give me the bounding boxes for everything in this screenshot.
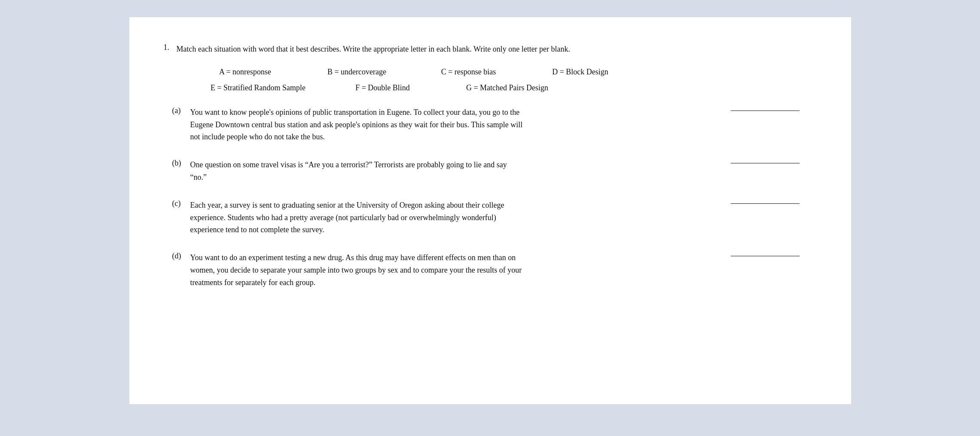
sub-text-c: Each year, a survey is sent to graduatin… <box>190 199 525 236</box>
legend-row-2: E = Stratified Random Sample F = Double … <box>189 83 817 92</box>
sub-text-d: You want to do an experiment testing a n… <box>190 252 525 289</box>
answer-line-b[interactable] <box>731 163 800 163</box>
sub-label-b: (b) <box>172 159 190 168</box>
answer-line-c[interactable] <box>731 203 800 204</box>
sub-label-c: (c) <box>172 199 190 208</box>
legend-item-b: B = undercoverage <box>301 68 413 77</box>
page-container: 1. Match each situation with word that i… <box>129 17 851 404</box>
legend-row-1: A = nonresponse B = undercoverage C = re… <box>189 68 817 77</box>
sub-questions: (a) You want to know people's opinions o… <box>172 106 817 289</box>
sub-question-b: (b) One question on some travel visas is… <box>172 159 817 184</box>
question-number: 1. <box>164 43 177 55</box>
sub-question-d: (d) You want to do an experiment testing… <box>172 252 817 289</box>
sub-text-a: You want to know people's opinions of pu… <box>190 106 525 143</box>
sub-text-b: One question on some travel visas is “Ar… <box>190 159 525 184</box>
question-header: 1. Match each situation with word that i… <box>164 43 817 55</box>
sub-label-a: (a) <box>172 106 190 115</box>
legend-section: A = nonresponse B = undercoverage C = re… <box>189 68 817 92</box>
legend-item-f: F = Double Blind <box>327 83 439 92</box>
legend-item-c: C = response bias <box>413 68 525 77</box>
sub-label-d: (d) <box>172 252 190 261</box>
sub-question-a: (a) You want to know people's opinions o… <box>172 106 817 143</box>
answer-line-d[interactable] <box>731 256 800 256</box>
sub-question-c: (c) Each year, a survey is sent to gradu… <box>172 199 817 236</box>
answer-line-a[interactable] <box>731 111 800 111</box>
legend-item-e: E = Stratified Random Sample <box>189 83 327 92</box>
question-text: Match each situation with word that it b… <box>177 43 571 55</box>
legend-item-a: A = nonresponse <box>189 68 301 77</box>
legend-item-g: G = Matched Pairs Design <box>439 83 576 92</box>
legend-item-d: D = Block Design <box>525 68 636 77</box>
